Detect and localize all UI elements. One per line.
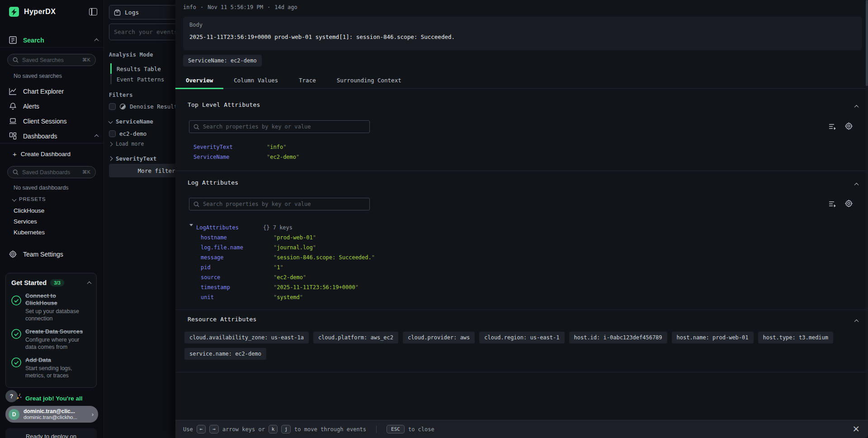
tab-trace[interactable]: Trace — [288, 72, 326, 88]
sidebar-item-label: Client Sessions — [23, 118, 98, 125]
deploy-card-text: Ready to deploy on — [26, 433, 76, 438]
facet-checkbox[interactable] — [109, 130, 116, 137]
resource-chip[interactable]: cloud.provider: aws — [403, 332, 475, 343]
more-filters-button[interactable]: More filters — [109, 164, 175, 177]
divider — [175, 372, 868, 372]
gear-icon[interactable] — [845, 122, 853, 130]
load-more[interactable]: Load more — [109, 141, 144, 147]
kbd-arrow-right: → — [209, 425, 219, 433]
tab-overview[interactable]: Overview — [175, 72, 223, 88]
service-name-chip[interactable]: ServiceName: ec2-demo — [183, 55, 262, 67]
attr-key: SeverityText — [193, 144, 267, 150]
bell-icon — [9, 102, 17, 110]
attr-row[interactable]: hostname prod-web-01 — [201, 234, 316, 241]
footer-move-label: to move through events — [294, 426, 366, 433]
footer-use-label: Use — [183, 426, 193, 433]
source-selector-button[interactable]: Logs — [109, 5, 175, 19]
presets-header[interactable]: PRESETS — [13, 196, 46, 202]
resource-chip[interactable]: cloud.availability_zone: us-east-1a — [184, 332, 309, 343]
sidebar-item-label: Dashboards — [23, 133, 95, 140]
sidebar-collapse-icon[interactable] — [89, 8, 97, 15]
denoise-icon — [119, 103, 126, 110]
tab-column-values[interactable]: Column Values — [223, 72, 288, 88]
user-menu[interactable]: D dominic.tran@clic... dominic.tran@clic… — [5, 406, 98, 423]
facet-severitytext[interactable]: SeverityText — [109, 155, 156, 162]
preset-clickhouse[interactable]: ClickHouse — [14, 207, 44, 214]
body-label: Body — [189, 22, 856, 28]
attr-row[interactable]: unit systemd — [201, 294, 303, 300]
chevron-right-icon — [108, 142, 113, 146]
log-attrs-search-input[interactable]: Search properties by key or value — [189, 198, 370, 210]
mode-event-patterns[interactable]: Event Patterns — [117, 76, 164, 83]
events-search-input[interactable]: Search your events... — [109, 24, 175, 40]
gear-icon[interactable] — [845, 200, 853, 207]
check-circle-icon — [11, 357, 21, 367]
event-header: info · Nov 11 5:56:19 PM · 14d ago — [183, 4, 297, 10]
sidebar-item-client-sessions[interactable]: Client Sessions — [9, 117, 98, 125]
close-icon[interactable]: × — [852, 424, 860, 433]
source-selector-label: Logs — [125, 9, 139, 16]
resource-chip[interactable]: host.name: prod-web-01 — [672, 332, 754, 343]
top-attrs-search-input[interactable]: Search properties by key or value — [189, 120, 370, 133]
help-button[interactable]: ? — [5, 390, 18, 402]
saved-searches-input[interactable]: Saved Searches ⌘K — [7, 54, 96, 66]
saved-dashboards-input[interactable]: Saved Dashboards ⌘K — [7, 166, 96, 178]
resource-chip[interactable]: host.id: i-0abc123def456789 — [569, 332, 667, 343]
event-detail-panel: info · Nov 11 5:56:19 PM · 14d ago Body … — [175, 0, 868, 438]
scrollbar[interactable] — [866, 0, 868, 420]
dashboard-grid-icon — [9, 132, 17, 140]
get-started-badge: 3/3 — [50, 279, 64, 286]
resource-chip[interactable]: host.type: t3.medium — [758, 332, 834, 343]
attr-row[interactable]: message session-846.scope: Succeeded. — [201, 254, 375, 261]
attr-row[interactable]: log.file.name journal.log — [201, 244, 316, 251]
facet-value-ec2-demo[interactable]: ec2-demo — [109, 130, 146, 137]
kbd-k: k — [269, 425, 278, 433]
chevron-right-icon — [108, 157, 113, 161]
get-started-header[interactable]: Get Started 3/3 — [11, 279, 91, 286]
filter-lines-icon[interactable] — [829, 200, 836, 207]
resource-chip[interactable]: cloud.region: us-east-1 — [479, 332, 564, 343]
chevron-up-icon[interactable] — [94, 38, 99, 43]
search-pane: Logs Search your events... Analysis Mode… — [104, 0, 175, 438]
filter-lines-icon[interactable] — [829, 123, 836, 130]
get-started-item-title: Connect to ClickHouse — [25, 292, 84, 307]
deploy-card[interactable]: Ready to deploy on — [5, 428, 97, 438]
section-collapse-chevron[interactable] — [855, 316, 858, 324]
attr-row[interactable]: ServiceName ec2-demo — [193, 154, 299, 160]
mode-results-table[interactable]: Results Table — [117, 66, 161, 72]
no-saved-dashboards-text: No saved dashboards — [14, 185, 69, 191]
sidebar-item-search[interactable]: Search — [9, 36, 98, 44]
get-started-item-title: Create Data Sources — [25, 328, 98, 335]
attr-row[interactable]: pid 1 — [201, 264, 283, 271]
user-email: dominic.tran@clickho... — [24, 414, 92, 420]
sidebar-item-alerts[interactable]: Alerts — [9, 102, 98, 110]
chevron-up-icon[interactable] — [87, 281, 92, 286]
denoise-checkbox[interactable] — [109, 103, 116, 110]
scrollbar-thumb[interactable] — [866, 0, 868, 86]
caret-down-icon[interactable] — [189, 224, 193, 226]
section-collapse-chevron[interactable] — [855, 179, 858, 188]
attr-row[interactable]: timestamp 2025-11-11T23:56:19+0000 — [201, 284, 359, 290]
preset-services[interactable]: Services — [14, 218, 37, 225]
preset-kubernetes[interactable]: Kubernetes — [14, 229, 45, 236]
sidebar-item-dashboards[interactable]: Dashboards — [9, 132, 98, 140]
attr-row[interactable]: SeverityText info — [193, 144, 286, 150]
resource-chip[interactable]: service.name: ec2-demo — [184, 348, 266, 360]
sidebar-item-team-settings[interactable]: Team Settings — [9, 250, 98, 258]
sidebar-item-chart-explorer[interactable]: Chart Explorer — [9, 87, 98, 95]
section-collapse-chevron[interactable] — [855, 101, 858, 110]
attr-row[interactable]: source ec2-demo — [201, 274, 306, 281]
more-filters-label: More filters — [138, 167, 175, 174]
denoise-filter-row[interactable]: Denoise Results — [109, 103, 175, 110]
logs-source-icon — [114, 9, 121, 16]
detail-tabs: Overview Column Values Trace Surrounding… — [175, 72, 868, 89]
tab-surrounding-context[interactable]: Surrounding Context — [326, 72, 412, 88]
resource-chip[interactable]: cloud.platform: aws_ec2 — [313, 332, 398, 343]
attr-tree-root[interactable]: LogAttributes {} 7 keys — [189, 224, 292, 231]
resource-attributes-title: Resource Attributes — [188, 316, 257, 323]
chevron-up-icon[interactable] — [94, 134, 99, 139]
attr-value: journal.log — [274, 244, 316, 251]
create-dashboard-button[interactable]: + Create Dashboard — [13, 150, 98, 158]
footer-close-label: to close — [408, 426, 434, 433]
facet-servicename[interactable]: ServiceName — [109, 118, 153, 125]
